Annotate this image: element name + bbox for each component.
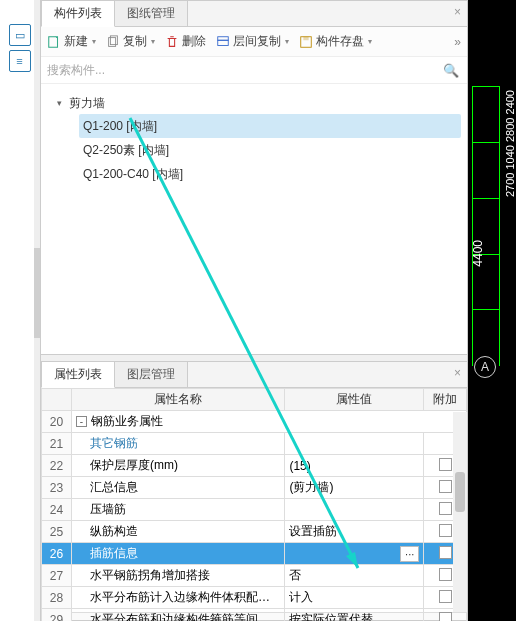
table-row[interactable]: 29水平分布筋和边缘构件箍筋等间距时按实际位置代替 [42,609,467,622]
toolbar-overflow-icon[interactable]: » [454,35,461,49]
tab-layer-manage[interactable]: 图层管理 [115,362,188,387]
col-value: 属性值 [285,389,424,411]
tab-drawing-manage[interactable]: 图纸管理 [115,1,188,26]
tree-item-label: Q2-250素 [内墙] [83,142,169,159]
top-tabstrip: 构件列表 图纸管理 × [41,1,467,27]
property-name: 水平分布筋和边缘构件箍筋等间距时 [71,609,285,622]
table-row[interactable]: 26插筋信息··· [42,543,467,565]
row-index: 21 [42,433,72,455]
checkbox[interactable] [439,480,452,493]
svg-rect-0 [49,36,58,47]
tree-item[interactable]: Q1-200 [内墙] [79,114,461,138]
property-name: 水平钢筋拐角增加搭接 [71,565,285,587]
save-disk-button[interactable]: 构件存盘▾ [299,33,372,50]
property-value[interactable]: 否 [285,565,424,587]
property-value[interactable]: ··· [285,543,424,565]
dim-total: 4400 [471,240,485,267]
svg-rect-4 [218,36,229,40]
property-value[interactable] [285,499,424,521]
tree-group-shearwall[interactable]: ▾ 剪力墙 [51,92,461,114]
tree-item-label: Q1-200 [内墙] [83,118,157,135]
cad-viewport[interactable]: 2700 1040 2800 2400 4400 A [468,0,516,621]
property-value[interactable]: 按实际位置代替 [285,609,424,622]
property-value[interactable] [285,433,424,455]
property-name: 其它钢筋 [71,433,285,455]
chevron-down-icon: ▾ [57,98,69,108]
component-toolbar: 新建▾ 复制▾ 删除 层间复制▾ 构件存盘▾ » [41,27,467,57]
property-name: 插筋信息 [71,543,285,565]
tree-item[interactable]: Q1-200-C40 [内墙] [79,162,461,186]
property-name: -钢筋业务属性 [71,411,466,433]
col-extra: 附加 [424,389,467,411]
search-input[interactable] [45,59,439,81]
tab-property-list[interactable]: 属性列表 [41,361,115,388]
checkbox[interactable] [439,612,452,622]
ellipsis-button[interactable]: ··· [400,546,419,562]
rail-icon-2[interactable]: ≡ [9,50,31,72]
copy-button[interactable]: 复制▾ [106,33,155,50]
property-name: 纵筋构造 [71,521,285,543]
table-row[interactable]: 24压墙筋 [42,499,467,521]
property-value[interactable]: (剪力墙) [285,477,424,499]
search-icon[interactable]: 🔍 [439,63,463,78]
checkbox[interactable] [439,458,452,471]
row-index: 24 [42,499,72,521]
table-row[interactable]: 20-钢筋业务属性 [42,411,467,433]
rail-icon-1[interactable]: ▭ [9,24,31,46]
row-index: 29 [42,609,72,622]
property-value[interactable]: (15) [285,455,424,477]
new-button[interactable]: 新建▾ [47,33,96,50]
close-icon[interactable]: × [454,366,461,380]
floor-copy-button[interactable]: 层间复制▾ [216,33,289,50]
svg-rect-3 [218,40,229,45]
checkbox[interactable] [439,590,452,603]
checkbox[interactable] [439,524,452,537]
row-index: 25 [42,521,72,543]
component-tree: ▾ 剪力墙 Q1-200 [内墙]Q2-250素 [内墙]Q1-200-C40 … [41,84,467,192]
property-name: 汇总信息 [71,477,285,499]
tab-component-list[interactable]: 构件列表 [41,0,115,27]
property-name: 水平分布筋计入边缘构件体积配箍率 [71,587,285,609]
axis-bubble: A [474,356,496,378]
property-name: 保护层厚度(mm) [71,455,285,477]
svg-rect-6 [303,36,308,40]
col-name: 属性名称 [71,389,285,411]
property-value[interactable]: 设置插筋 [285,521,424,543]
table-row[interactable]: 22保护层厚度(mm)(15) [42,455,467,477]
checkbox[interactable] [439,502,452,515]
tree-item[interactable]: Q2-250素 [内墙] [79,138,461,162]
table-row[interactable]: 28水平分布筋计入边缘构件体积配箍率计入 [42,587,467,609]
checkbox[interactable] [439,546,452,559]
property-table: 属性名称 属性值 附加 20-钢筋业务属性21其它钢筋22保护层厚度(mm)(1… [41,388,467,621]
row-index: 22 [42,455,72,477]
delete-button[interactable]: 删除 [165,33,206,50]
property-name: 压墙筋 [71,499,285,521]
row-index: 28 [42,587,72,609]
row-index: 26 [42,543,72,565]
table-row[interactable]: 23汇总信息(剪力墙) [42,477,467,499]
collapse-toggle[interactable]: - [76,416,87,427]
col-index [42,389,72,411]
row-index: 27 [42,565,72,587]
table-row[interactable]: 21其它钢筋 [42,433,467,455]
row-index: 20 [42,411,72,433]
table-row[interactable]: 27水平钢筋拐角增加搭接否 [42,565,467,587]
bottom-tabstrip: 属性列表 图层管理 × [41,362,467,388]
checkbox[interactable] [439,568,452,581]
tree-item-label: Q1-200-C40 [内墙] [83,166,183,183]
table-row[interactable]: 25纵筋构造设置插筋 [42,521,467,543]
table-scrollbar[interactable] [453,412,467,612]
property-value[interactable]: 计入 [285,587,424,609]
close-icon[interactable]: × [454,5,461,19]
row-index: 23 [42,477,72,499]
